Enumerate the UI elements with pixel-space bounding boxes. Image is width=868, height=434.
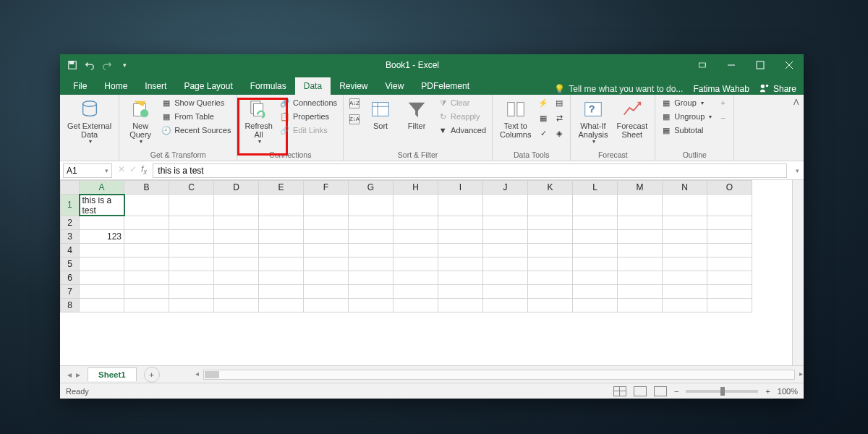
col-header[interactable]: H	[393, 181, 438, 195]
subtotal-button[interactable]: ▦Subtotal	[660, 124, 713, 137]
show-queries-button[interactable]: ▦Show Queries	[160, 97, 232, 110]
row-header[interactable]: 7	[61, 284, 80, 298]
col-header[interactable]: L	[573, 181, 618, 195]
cell-A3[interactable]: 123	[80, 229, 124, 243]
qat-customize-icon[interactable]: ▾	[119, 60, 129, 70]
row-header[interactable]: 6	[61, 271, 80, 284]
undo-icon[interactable]	[85, 60, 95, 70]
zoom-in-icon[interactable]: +	[765, 387, 770, 396]
select-all-corner[interactable]	[61, 181, 80, 195]
sheet-tab-1[interactable]: Sheet1	[88, 367, 137, 381]
recent-sources-button[interactable]: 🕘Recent Sources	[160, 124, 232, 137]
page-break-view-icon[interactable]	[654, 386, 667, 396]
tab-view[interactable]: View	[377, 77, 413, 95]
reapply-button[interactable]: ↻Reapply	[436, 111, 488, 124]
row-header[interactable]: 2	[61, 216, 80, 229]
show-detail-button[interactable]: +	[716, 97, 729, 110]
sort-asc-button[interactable]: A↓Z	[348, 97, 361, 110]
scroll-right-icon[interactable]: ▸	[799, 370, 803, 378]
prev-sheet-icon[interactable]: ◂	[67, 370, 72, 380]
next-sheet-icon[interactable]: ▸	[76, 370, 80, 380]
scroll-left-icon[interactable]: ◂	[195, 370, 199, 378]
maximize-icon[interactable]	[746, 54, 775, 76]
col-header[interactable]: F	[304, 181, 349, 195]
tab-formulas[interactable]: Formulas	[242, 77, 295, 95]
tab-data[interactable]: Data	[295, 77, 331, 95]
sort-button[interactable]: Sort	[364, 97, 397, 132]
zoom-level[interactable]: 100%	[778, 387, 798, 396]
col-header[interactable]: A	[80, 181, 124, 195]
tab-file[interactable]: File	[64, 77, 95, 95]
data-validation-button[interactable]: ✓	[537, 127, 550, 140]
share-button[interactable]: Share	[760, 82, 796, 95]
sheet-area[interactable]: A B C D E F G H I J K L M N O	[60, 180, 804, 365]
tell-me-search[interactable]: 💡 Tell me what you want to do...	[554, 84, 683, 94]
edit-links-button[interactable]: 🔗Edit Links	[278, 124, 339, 137]
cancel-formula-icon[interactable]: ✕	[118, 164, 125, 176]
fx-icon[interactable]: fx	[141, 164, 147, 176]
col-header[interactable]: C	[169, 181, 214, 195]
flash-fill-button[interactable]: ⚡	[537, 97, 550, 110]
clear-filter-button[interactable]: ⧩Clear	[436, 97, 488, 110]
col-header[interactable]: D	[214, 181, 259, 195]
tab-insert[interactable]: Insert	[136, 77, 175, 95]
remove-duplicates-button[interactable]: ▦	[537, 112, 550, 125]
hide-detail-button[interactable]: −	[716, 112, 729, 125]
col-header[interactable]: M	[618, 181, 663, 195]
normal-view-icon[interactable]	[613, 386, 626, 396]
spreadsheet-grid[interactable]: A B C D E F G H I J K L M N O	[60, 180, 752, 312]
col-header[interactable]: B	[124, 181, 169, 195]
col-header[interactable]: E	[259, 181, 304, 195]
consolidate-button[interactable]: ▤	[553, 97, 566, 110]
cell-A1[interactable]: this is a test	[80, 195, 124, 216]
page-layout-view-icon[interactable]	[634, 386, 647, 396]
refresh-all-button[interactable]: Refresh All▾	[242, 97, 276, 147]
filter-button[interactable]: Filter	[400, 97, 433, 132]
horizontal-scrollbar[interactable]: ◂▸	[203, 370, 795, 380]
col-header[interactable]: K	[528, 181, 573, 195]
row-header[interactable]: 3	[61, 229, 80, 243]
advanced-filter-button[interactable]: ▼Advanced	[436, 124, 488, 137]
text-to-columns-button[interactable]: Text to Columns	[497, 97, 534, 140]
col-header[interactable]: I	[438, 181, 483, 195]
sort-desc-button[interactable]: Z↓A	[348, 113, 361, 126]
col-header[interactable]: G	[349, 181, 393, 195]
zoom-slider[interactable]	[686, 390, 758, 393]
new-query-button[interactable]: New Query▾	[124, 97, 157, 147]
col-header[interactable]: N	[663, 181, 707, 195]
add-sheet-button[interactable]: +	[144, 367, 160, 383]
formula-input[interactable]: this is a test	[153, 163, 787, 178]
row-header[interactable]: 8	[61, 298, 80, 312]
zoom-out-icon[interactable]: −	[674, 387, 678, 396]
what-if-button[interactable]: ? What-If Analysis▾	[575, 97, 610, 147]
name-box[interactable]: A1 ▾	[63, 163, 112, 178]
get-external-data-button[interactable]: Get External Data▾	[64, 97, 114, 147]
redo-icon[interactable]	[102, 60, 112, 70]
enter-formula-icon[interactable]: ✓	[129, 164, 137, 176]
forecast-sheet-button[interactable]: Forecast Sheet	[613, 97, 650, 140]
manage-model-button[interactable]: ◈	[553, 127, 566, 140]
connections-button[interactable]: 🔗Connections	[278, 97, 339, 110]
close-icon[interactable]	[775, 54, 804, 76]
collapse-ribbon-icon[interactable]: ᐱ	[793, 98, 799, 107]
relationships-button[interactable]: ⇄	[553, 112, 566, 125]
minimize-icon[interactable]	[717, 54, 746, 76]
row-header[interactable]: 1	[61, 195, 80, 216]
row-header[interactable]: 5	[61, 257, 80, 271]
col-header[interactable]: J	[483, 181, 528, 195]
user-name[interactable]: Fatima Wahab	[693, 84, 749, 94]
group-button[interactable]: ▦Group▾	[660, 97, 713, 110]
col-header[interactable]: O	[707, 181, 752, 195]
save-icon[interactable]	[67, 60, 77, 70]
ribbon-options-icon[interactable]	[688, 54, 717, 76]
ungroup-button[interactable]: ▦Ungroup▾	[660, 111, 713, 124]
tab-home[interactable]: Home	[95, 77, 136, 95]
from-table-button[interactable]: ▦From Table	[160, 111, 232, 124]
expand-formula-bar-icon[interactable]: ▾	[791, 167, 804, 174]
tab-review[interactable]: Review	[331, 77, 376, 95]
properties-button[interactable]: 📋Properties	[278, 111, 339, 124]
tab-pdfelement[interactable]: PDFelement	[412, 77, 478, 95]
vertical-scrollbar[interactable]	[792, 180, 804, 365]
row-header[interactable]: 4	[61, 243, 80, 257]
tab-page-layout[interactable]: Page Layout	[175, 77, 241, 95]
